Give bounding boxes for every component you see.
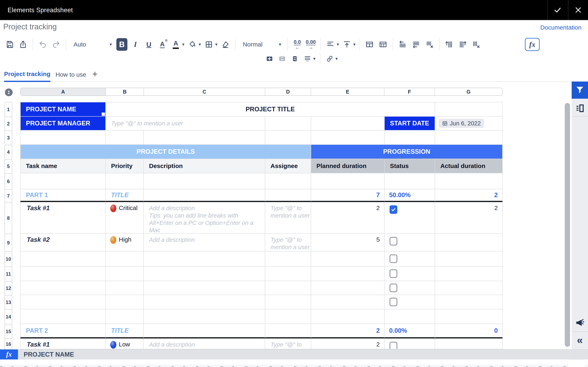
cell-A3[interactable]: [20, 131, 106, 145]
cell-C8[interactable]: Add a descriptionTips: you can add line …: [144, 202, 265, 234]
clear-format-button[interactable]: [220, 38, 231, 51]
cell-C10[interactable]: [144, 251, 265, 267]
cell-B5[interactable]: Priority: [106, 159, 144, 173]
confirm-button[interactable]: [548, 0, 568, 20]
cell-C3[interactable]: [144, 131, 265, 145]
row-header-11[interactable]: 11: [4, 267, 12, 282]
column-header-G[interactable]: G: [435, 88, 502, 95]
cell-G1[interactable]: [435, 102, 503, 117]
date-chip[interactable]: Jun 6, 2022: [439, 119, 484, 128]
fill-color-button[interactable]: ▾: [187, 38, 201, 51]
row-header-5[interactable]: 5: [4, 159, 12, 174]
cell-E5[interactable]: Planned duration: [311, 159, 385, 173]
cell-E4[interactable]: PROGRESSION: [311, 145, 503, 159]
column-header-E[interactable]: E: [311, 88, 384, 95]
checkbox-unchecked[interactable]: [389, 254, 397, 263]
formula-bar-value[interactable]: PROJECT NAME: [24, 351, 74, 358]
row-header-12[interactable]: 12: [4, 281, 12, 295]
cell-F14[interactable]: [385, 309, 435, 324]
cell-B10[interactable]: [106, 251, 144, 267]
add-sheet-button[interactable]: +: [92, 67, 98, 81]
cell-D14[interactable]: [265, 309, 311, 324]
decrease-decimal-button[interactable]: 0.0←: [292, 38, 303, 51]
checkbox-unchecked[interactable]: [389, 284, 397, 292]
cell-D10[interactable]: [265, 251, 311, 267]
cell-E9[interactable]: 5: [311, 234, 385, 251]
cell-E2[interactable]: [311, 117, 385, 131]
cell-G7[interactable]: 2: [435, 189, 503, 202]
cell-B11[interactable]: [106, 267, 144, 281]
cell-A8[interactable]: Task #1: [20, 202, 106, 234]
vertical-align-button[interactable]: ▾: [341, 38, 355, 51]
link-button-icon[interactable]: [325, 54, 335, 64]
insert-row-above-button[interactable]: [397, 38, 408, 51]
row-header-7[interactable]: 7: [4, 189, 12, 202]
delete-row-button[interactable]: [424, 38, 435, 51]
collapse-sidebar-button[interactable]: «: [572, 334, 588, 347]
tab-project-tracking[interactable]: Project tracking: [4, 67, 51, 82]
cell-A15[interactable]: PART 2: [20, 324, 106, 338]
cell-A13[interactable]: [20, 295, 106, 309]
cell-D12[interactable]: [265, 281, 311, 295]
cell-A12[interactable]: [20, 281, 106, 295]
superscript-button[interactable]: A: [157, 38, 168, 51]
merge-vertical-button[interactable]: [290, 54, 300, 64]
cell-E8[interactable]: 2: [311, 202, 385, 234]
fill-color-button-icon[interactable]: [187, 38, 198, 51]
cell-B9[interactable]: High: [106, 234, 144, 251]
cell-F7[interactable]: 50.00%: [385, 189, 435, 202]
cell-A7[interactable]: PART 1: [20, 189, 106, 202]
cell-A6[interactable]: [20, 173, 106, 189]
cell-C15[interactable]: [144, 324, 265, 338]
cell-E13[interactable]: [311, 295, 385, 309]
merge-horizontal-button[interactable]: [277, 54, 287, 64]
checkbox-unchecked[interactable]: [389, 298, 397, 306]
cell-E10[interactable]: [311, 251, 385, 267]
cell-E3[interactable]: [311, 131, 385, 145]
cell-B6[interactable]: [106, 173, 144, 189]
row-header-3[interactable]: 3: [4, 131, 12, 145]
chevron-down-icon[interactable]: ▾: [336, 57, 338, 61]
row-header-14[interactable]: 14: [4, 309, 12, 324]
cell-F9[interactable]: [385, 234, 435, 251]
cell-G15[interactable]: 0: [435, 324, 503, 338]
chevron-down-icon[interactable]: ▾: [313, 57, 315, 61]
scrollbar-thumb[interactable]: [565, 103, 570, 347]
cell-E6[interactable]: [311, 173, 385, 189]
checkbox-unchecked[interactable]: [389, 342, 397, 349]
insert-row-below-button[interactable]: [411, 38, 422, 51]
cell-D5[interactable]: Assignee: [265, 159, 311, 173]
row-header-15[interactable]: 15: [4, 324, 12, 339]
column-header-F[interactable]: F: [384, 88, 435, 95]
font-color-button-icon[interactable]: A: [170, 38, 181, 51]
cell-B3[interactable]: [106, 131, 144, 145]
delete-col-button[interactable]: [471, 38, 482, 51]
row-header-1[interactable]: 1: [4, 102, 12, 117]
cell-D3[interactable]: [265, 131, 311, 145]
column-header-C[interactable]: C: [144, 88, 265, 95]
checkbox-unchecked[interactable]: [389, 237, 397, 245]
filter-button[interactable]: [572, 82, 588, 99]
redo-icon[interactable]: [51, 38, 62, 51]
row-header-16[interactable]: 16: [4, 338, 12, 349]
row-header-13[interactable]: 13: [4, 295, 12, 310]
export-icon[interactable]: [17, 38, 29, 51]
cell-F10[interactable]: [385, 251, 435, 267]
cell-B16[interactable]: Low: [106, 338, 144, 349]
italic-button[interactable]: I: [130, 38, 141, 51]
cell-E11[interactable]: [311, 267, 385, 281]
cell-G13[interactable]: [435, 295, 503, 309]
column-header-D[interactable]: D: [265, 88, 311, 95]
cell-D13[interactable]: [265, 295, 311, 309]
cell-A16[interactable]: Task #1: [20, 338, 106, 349]
cell-C6[interactable]: [144, 173, 265, 189]
column-header-B[interactable]: B: [106, 88, 144, 95]
chevron-down-icon[interactable]: ▾: [337, 42, 339, 47]
cell-G12[interactable]: [435, 281, 503, 295]
table-merge-button[interactable]: [364, 38, 375, 51]
font-color-button[interactable]: A▾: [170, 38, 184, 51]
cell-D11[interactable]: [265, 267, 311, 281]
cell-A4[interactable]: PROJECT DETAILS: [20, 145, 311, 159]
formula-button[interactable]: fx: [525, 38, 540, 51]
cell-B8[interactable]: Critical: [106, 202, 144, 234]
